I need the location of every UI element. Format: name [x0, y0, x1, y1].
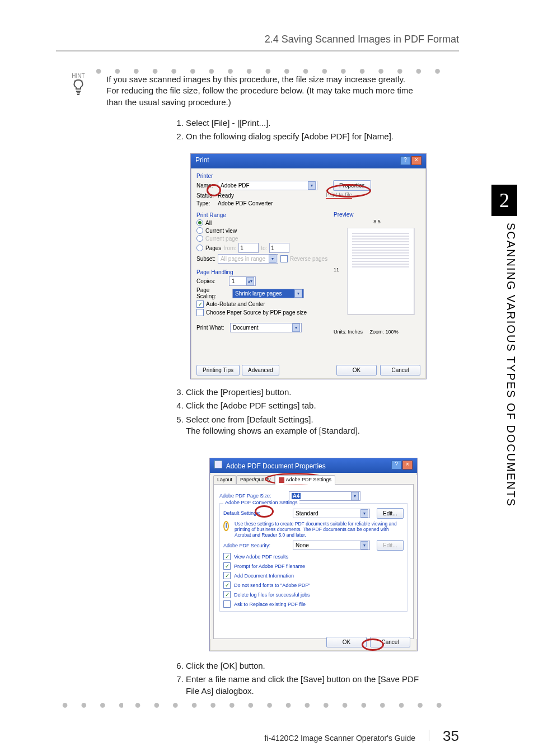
radio-pages[interactable] [196, 245, 203, 251]
subset-combo: All pages in range▾ [218, 254, 278, 264]
pages-from-input[interactable] [238, 243, 259, 253]
ok-button[interactable]: OK [326, 637, 367, 647]
security-combo[interactable]: None▾ [293, 541, 370, 550]
pages-to-input[interactable] [269, 243, 289, 253]
radio-all-label: All [205, 220, 212, 226]
dialog-titlebar: Adobe PDF Document Properties ? × [210, 458, 417, 473]
view-results-checkbox[interactable] [223, 553, 231, 560]
step-4: Click the [Adobe PDF settings] tab. [186, 400, 420, 411]
copies-label: Copies: [196, 278, 227, 284]
from-label: from: [223, 245, 236, 251]
printer-group-label: Printer [196, 173, 420, 179]
page-size-label: Adobe PDF Page Size: [219, 493, 285, 499]
step-1: Select [File] - |[Print...]. [186, 118, 420, 129]
preview-height: 11 [334, 267, 339, 273]
dialog-titlebar: Print ? × [191, 154, 426, 168]
radio-all[interactable] [196, 219, 203, 226]
radio-currentview-label: Current view [205, 228, 237, 234]
tab-layout[interactable]: Layout [213, 475, 236, 484]
printer-name-combo[interactable]: Adobe PDF ▾ [218, 181, 317, 190]
zoom-value: 100% [386, 329, 399, 335]
ask-replace-label: Ask to Replace existing PDF file [234, 602, 306, 607]
stepper-icon: ▴▾ [246, 277, 254, 285]
properties-button[interactable]: Properties [333, 180, 371, 191]
edit-button[interactable]: Edit... [377, 508, 404, 519]
window-help-button[interactable]: ? [391, 461, 401, 469]
advanced-button[interactable]: Advanced [242, 365, 279, 375]
zoom-label: Zoom: [370, 329, 385, 335]
default-settings-combo[interactable]: Standard▾ [293, 509, 370, 518]
window-help-button[interactable]: ? [400, 156, 410, 165]
default-settings-label: Default Settings: [223, 510, 289, 516]
step-5b: The following shows an example of [Stand… [186, 426, 360, 435]
radio-pages-label: Pages [205, 245, 221, 251]
footer-separator [429, 730, 429, 741]
page-footer: fi-4120C2 Image Scanner Operator's Guide… [56, 727, 459, 745]
ok-button[interactable]: OK [336, 365, 377, 375]
security-label: Adobe PDF Security: [223, 543, 289, 548]
hint-label: HINT [72, 73, 85, 79]
no-fonts-label: Do not send fonts to "Adobe PDF" [234, 583, 310, 588]
subset-label: Subset: [196, 256, 216, 262]
edit-button-disabled: Edit... [377, 540, 404, 551]
printer-name-value: Adobe PDF [221, 182, 250, 189]
prompt-filename-checkbox[interactable] [223, 562, 231, 570]
preview-thumbnail [347, 228, 414, 314]
info-text: Use these settings to create PDF documen… [235, 521, 404, 538]
chapter-tab: 2 [491, 185, 517, 216]
ask-replace-checkbox[interactable] [223, 600, 231, 608]
chevron-down-icon: ▾ [360, 541, 368, 550]
radio-currentview[interactable] [196, 227, 203, 234]
conversion-group-label: Adobe PDF Conversion Settings [223, 500, 299, 505]
default-settings-value: Standard [296, 510, 318, 516]
info-icon: i [223, 521, 229, 531]
window-close-button[interactable]: × [411, 156, 421, 165]
dialog-title: Print [195, 156, 209, 164]
header-rule [56, 50, 459, 51]
page-scaling-combo[interactable]: Shrink large pages▾ [232, 289, 304, 298]
print-what-combo[interactable]: Document▾ [230, 323, 302, 332]
status-label: Status: [196, 192, 216, 199]
step-list-3: Click the [OK] button. Enter a file name… [174, 660, 420, 699]
divider-dots-bottom-right: ● ● ● ● ● ● ● ● ● ● ● ● ● ● ● ● ● ● ● ● … [134, 698, 453, 711]
choose-paper-label: Choose Paper Source by PDF page size [206, 309, 307, 316]
chevron-down-icon: ▾ [360, 509, 368, 518]
section-heading: 2.4 Saving Scanned Images in PDF Format [0, 34, 459, 45]
name-label: Name: [196, 182, 216, 189]
copies-spinner[interactable]: 1▴▾ [229, 276, 256, 286]
add-docinfo-checkbox[interactable] [223, 572, 231, 579]
dialog-title: Adobe PDF Document Properties [226, 462, 326, 470]
step-list-2: Click the [Properties] button. Click the… [174, 387, 420, 439]
units-label: Units: [334, 329, 346, 335]
page-size-combo[interactable]: A4▾ [289, 491, 360, 501]
cancel-button[interactable]: Cancel [380, 365, 420, 375]
step-5a: Select one from [Default Settings]. [186, 415, 313, 424]
tab-paper-quality[interactable]: Paper/Quality [236, 475, 275, 484]
reverse-pages-checkbox[interactable] [280, 255, 288, 262]
add-docinfo-label: Add Document Information [234, 573, 294, 579]
to-label: to: [261, 245, 267, 251]
printing-tips-button[interactable]: Printing Tips [196, 365, 240, 375]
auto-rotate-label: Auto-Rotate and Center [206, 301, 265, 307]
delete-log-label: Delete log files for successful jobs [234, 592, 310, 598]
cancel-button[interactable]: Cancel [370, 637, 410, 647]
choose-paper-checkbox[interactable] [196, 309, 204, 316]
prompt-filename-label: Prompt for Adobe PDF filename [234, 564, 305, 569]
preview-label: Preview [334, 212, 420, 218]
no-fonts-checkbox[interactable] [223, 581, 231, 589]
chevron-down-icon: ▾ [351, 492, 359, 500]
window-close-button[interactable]: × [402, 461, 413, 469]
delete-log-checkbox[interactable] [223, 591, 231, 598]
properties-dialog-screenshot: Adobe PDF Document Properties ? × Layout… [209, 458, 418, 651]
page-size-value: A4 [292, 493, 301, 499]
type-label: Type: [196, 200, 216, 206]
chapter-side-label: SCANNING VARIOUS TYPES OF DOCUMENTS [491, 223, 517, 536]
auto-rotate-checkbox[interactable] [196, 300, 204, 308]
radio-currentpage-label: Current page [205, 236, 238, 242]
chevron-down-icon: ▾ [308, 181, 316, 190]
svg-point-0 [74, 81, 76, 82]
copies-value: 1 [232, 278, 235, 284]
tab-adobe-pdf-settings[interactable]: Adobe PDF Settings [275, 475, 336, 485]
step-3: Click the [Properties] button. [186, 387, 420, 398]
chevron-down-icon: ▾ [294, 289, 302, 298]
